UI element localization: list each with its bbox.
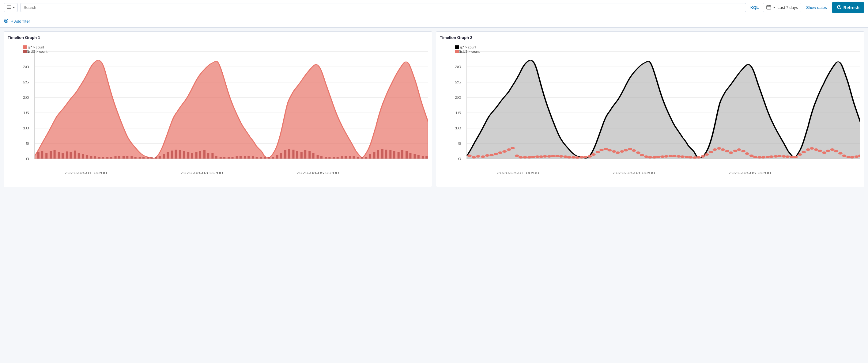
svg-rect-107 <box>357 157 359 159</box>
svg-point-210 <box>728 151 733 154</box>
svg-point-230 <box>810 147 814 149</box>
svg-point-226 <box>794 156 798 158</box>
svg-point-163 <box>539 156 543 158</box>
svg-point-193 <box>660 156 664 158</box>
svg-rect-67 <box>195 152 197 159</box>
svg-point-233 <box>822 151 826 154</box>
search-input[interactable] <box>20 3 746 12</box>
svg-point-208 <box>721 148 725 151</box>
filter-icon[interactable] <box>4 19 8 24</box>
svg-point-156 <box>510 147 515 149</box>
svg-rect-74 <box>223 157 225 159</box>
svg-rect-113 <box>381 149 383 159</box>
time-picker-chevron-icon <box>773 7 775 8</box>
svg-rect-105 <box>349 156 351 159</box>
svg-text:2020-08-01 00:00: 2020-08-01 00:00 <box>497 171 539 175</box>
svg-point-168 <box>559 155 563 158</box>
svg-rect-112 <box>377 150 379 159</box>
svg-point-190 <box>648 156 652 159</box>
svg-rect-99 <box>325 157 327 159</box>
svg-text:20: 20 <box>23 96 29 99</box>
svg-point-207 <box>717 147 721 149</box>
svg-point-180 <box>607 149 612 151</box>
svg-rect-93 <box>301 152 303 159</box>
svg-rect-110 <box>369 154 371 159</box>
svg-rect-47 <box>115 156 117 159</box>
svg-point-240 <box>850 156 855 159</box>
graph1-title: Timelion Graph 1 <box>8 35 428 40</box>
svg-text:25: 25 <box>455 80 462 84</box>
svg-point-199 <box>685 156 689 158</box>
svg-rect-3 <box>767 5 771 9</box>
svg-point-149 <box>481 156 485 158</box>
legend-label-2: q:US > count <box>28 50 48 53</box>
svg-point-181 <box>612 150 616 153</box>
svg-rect-90 <box>288 149 290 159</box>
svg-point-221 <box>774 155 778 158</box>
svg-point-231 <box>814 148 818 151</box>
svg-rect-114 <box>385 149 387 159</box>
svg-rect-68 <box>199 151 201 159</box>
top-bar: KQL Last 7 days Show dates Refresh <box>0 0 868 15</box>
svg-point-228 <box>802 151 806 153</box>
svg-text:0: 0 <box>26 157 29 161</box>
svg-rect-52 <box>134 157 136 159</box>
svg-point-224 <box>785 156 789 158</box>
graph2-legend-item-2: q:US > count <box>455 50 479 53</box>
svg-point-206 <box>713 148 717 151</box>
show-dates-button[interactable]: Show dates <box>804 4 829 11</box>
svg-rect-119 <box>405 151 408 159</box>
svg-rect-1 <box>7 7 11 7</box>
svg-point-236 <box>834 150 838 152</box>
svg-rect-82 <box>256 157 258 159</box>
legend-color-1 <box>23 45 27 49</box>
time-picker[interactable]: Last 7 days <box>763 3 801 12</box>
refresh-button[interactable]: Refresh <box>832 2 864 13</box>
svg-point-197 <box>677 155 681 158</box>
svg-point-183 <box>620 150 624 153</box>
svg-text:0: 0 <box>458 157 462 161</box>
svg-point-186 <box>632 149 636 152</box>
svg-point-162 <box>535 156 540 158</box>
graph2-legend: q:* > count q:US > count <box>455 45 479 53</box>
svg-point-154 <box>502 150 506 153</box>
svg-point-8 <box>5 20 7 22</box>
svg-rect-124 <box>426 156 428 159</box>
svg-point-152 <box>494 153 498 155</box>
graph2-title: Timelion Graph 2 <box>440 35 860 40</box>
svg-rect-89 <box>284 150 286 159</box>
svg-text:15: 15 <box>23 111 29 115</box>
legend-color-2 <box>23 50 27 53</box>
graph2-legend-label-2: q:US > count <box>460 50 479 53</box>
svg-rect-41 <box>90 156 92 159</box>
svg-point-187 <box>636 151 641 154</box>
svg-rect-38 <box>78 153 80 159</box>
svg-rect-54 <box>143 157 145 159</box>
svg-rect-117 <box>398 152 400 159</box>
svg-rect-62 <box>175 149 177 159</box>
svg-rect-122 <box>417 155 420 159</box>
svg-point-241 <box>855 156 859 158</box>
graph2-legend-color-2 <box>455 50 459 53</box>
svg-point-216 <box>753 156 757 158</box>
svg-rect-106 <box>353 156 355 159</box>
svg-point-229 <box>806 148 810 151</box>
svg-point-192 <box>656 156 660 158</box>
filter-bar: + Add filter <box>0 15 868 28</box>
svg-point-184 <box>624 149 628 151</box>
svg-point-157 <box>515 155 519 157</box>
svg-rect-77 <box>236 156 238 159</box>
add-filter-button[interactable]: + Add filter <box>11 19 30 24</box>
svg-point-238 <box>842 155 846 157</box>
svg-point-239 <box>846 156 850 158</box>
svg-rect-102 <box>337 157 339 159</box>
kql-badge[interactable]: KQL <box>749 4 761 11</box>
svg-rect-75 <box>227 157 230 159</box>
svg-point-173 <box>580 156 584 159</box>
svg-rect-28 <box>37 152 39 159</box>
svg-rect-94 <box>304 150 306 159</box>
svg-rect-116 <box>393 151 395 159</box>
svg-point-232 <box>818 149 822 152</box>
index-selector[interactable] <box>4 3 18 12</box>
svg-rect-86 <box>272 157 274 159</box>
